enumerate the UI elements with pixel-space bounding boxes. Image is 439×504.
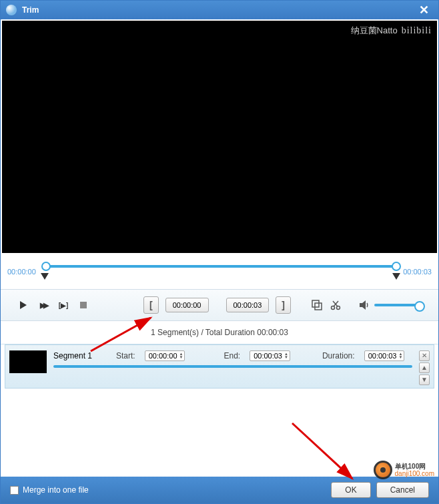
timeline-in-handle[interactable]: [41, 262, 51, 271]
svg-rect-0: [312, 300, 319, 307]
cut-icon[interactable]: [330, 299, 342, 311]
out-time-display[interactable]: 00:00:03: [226, 298, 270, 312]
timeline-in-marker[interactable]: [41, 273, 49, 280]
timeline-out-marker[interactable]: [392, 273, 400, 280]
start-time-input[interactable]: 00:00:00 ▲▼: [145, 350, 185, 361]
move-up-button[interactable]: ▲: [419, 362, 430, 373]
timeline: 00:00:00 00:00:03: [1, 254, 438, 289]
timeline-track[interactable]: [43, 258, 396, 285]
timeline-end-time: 00:00:03: [403, 268, 432, 276]
delete-segment-button[interactable]: ✕: [419, 350, 430, 361]
ok-button[interactable]: OK: [331, 482, 370, 498]
segment-thumbnail: [9, 350, 47, 373]
playback-controls: ▶▶ [▶] [ 00:00:00 00:00:03 ]: [1, 289, 438, 321]
play-button[interactable]: [17, 298, 30, 312]
segment-bar[interactable]: [53, 365, 412, 368]
footer: Merge into one file OK Cancel: [1, 477, 438, 503]
stop-button[interactable]: [77, 298, 90, 312]
video-watermark: 纳豆菌Natto bilibili: [351, 25, 432, 37]
watermark-brand: bilibili: [402, 25, 432, 36]
crop-icon[interactable]: [311, 299, 323, 311]
volume-slider[interactable]: [374, 304, 422, 306]
svg-line-5: [333, 301, 338, 306]
window-title: Trim: [22, 5, 415, 15]
volume-icon[interactable]: [358, 299, 370, 311]
segment-summary: 1 Segment(s) / Total Duration 00:00:03: [1, 321, 438, 344]
duration-label: Duration:: [322, 351, 355, 360]
start-label: Start:: [116, 351, 135, 360]
segment-row[interactable]: Segment 1 Start: 00:00:00 ▲▼ End: 00:00:…: [5, 344, 434, 389]
move-down-button[interactable]: ▼: [419, 374, 430, 385]
segment-name: Segment 1: [53, 351, 107, 360]
set-out-point-button[interactable]: ]: [276, 296, 291, 314]
svg-line-4: [334, 301, 338, 306]
volume-control: [358, 299, 422, 311]
video-preview: 纳豆菌Natto bilibili: [2, 21, 437, 253]
next-frame-button[interactable]: [▶]: [57, 298, 70, 312]
duration-input[interactable]: 00:00:03 ▲▼: [364, 350, 405, 361]
end-label: End:: [224, 351, 240, 360]
set-in-point-button[interactable]: [: [143, 296, 159, 314]
close-button[interactable]: ✕: [415, 3, 433, 17]
timeline-start-time: 00:00:00: [7, 268, 36, 276]
svg-rect-1: [315, 303, 322, 310]
app-icon: [6, 5, 17, 15]
trim-window: Trim ✕ 纳豆菌Natto bilibili 00:00:00 00:00:…: [0, 0, 439, 504]
empty-area: [1, 389, 438, 477]
fast-forward-button[interactable]: ▶▶: [37, 298, 50, 312]
timeline-out-handle[interactable]: [392, 262, 401, 271]
in-time-display[interactable]: 00:00:00: [165, 298, 209, 312]
cancel-button[interactable]: Cancel: [376, 482, 429, 498]
titlebar: Trim ✕: [1, 1, 438, 19]
end-time-input[interactable]: 00:00:03 ▲▼: [250, 350, 290, 361]
watermark-text: 纳豆菌Natto: [351, 25, 398, 37]
merge-label: Merge into one file: [23, 485, 89, 495]
merge-checkbox[interactable]: [10, 486, 19, 495]
